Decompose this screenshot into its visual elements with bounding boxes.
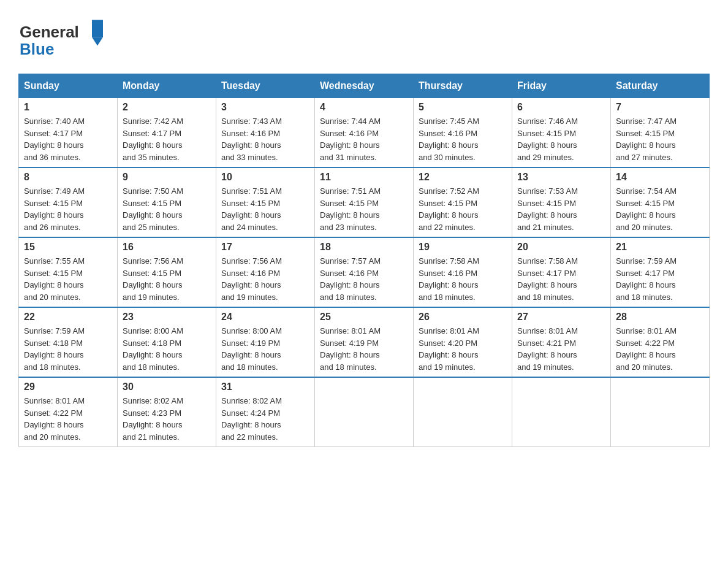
day-number: 6 xyxy=(517,102,605,113)
calendar-cell: 26 Sunrise: 8:01 AM Sunset: 4:20 PM Dayl… xyxy=(414,307,512,377)
day-number: 14 xyxy=(616,172,704,183)
day-info: Sunrise: 8:01 AM Sunset: 4:19 PM Dayligh… xyxy=(320,325,408,373)
svg-text:General: General xyxy=(20,23,79,41)
svg-text:Blue: Blue xyxy=(20,40,54,58)
page-header: General Blue xyxy=(18,12,710,61)
calendar-cell: 15 Sunrise: 7:55 AM Sunset: 4:15 PM Dayl… xyxy=(19,237,118,307)
calendar-cell xyxy=(611,377,710,447)
header-wednesday: Wednesday xyxy=(315,74,414,98)
calendar-cell: 19 Sunrise: 7:58 AM Sunset: 4:16 PM Dayl… xyxy=(414,237,512,307)
day-info: Sunrise: 7:45 AM Sunset: 4:16 PM Dayligh… xyxy=(419,115,507,163)
header-saturday: Saturday xyxy=(611,74,710,98)
calendar-cell: 16 Sunrise: 7:56 AM Sunset: 4:15 PM Dayl… xyxy=(118,237,216,307)
day-number: 12 xyxy=(419,172,507,183)
day-number: 1 xyxy=(24,102,112,113)
calendar-cell: 7 Sunrise: 7:47 AM Sunset: 4:15 PM Dayli… xyxy=(611,98,710,168)
day-info: Sunrise: 7:51 AM Sunset: 4:15 PM Dayligh… xyxy=(221,185,309,233)
day-info: Sunrise: 8:01 AM Sunset: 4:22 PM Dayligh… xyxy=(616,325,704,373)
day-info: Sunrise: 8:02 AM Sunset: 4:24 PM Dayligh… xyxy=(221,395,309,443)
header-thursday: Thursday xyxy=(414,74,512,98)
day-info: Sunrise: 7:58 AM Sunset: 4:16 PM Dayligh… xyxy=(419,255,507,303)
calendar-cell: 10 Sunrise: 7:51 AM Sunset: 4:15 PM Dayl… xyxy=(216,167,315,237)
calendar-cell: 3 Sunrise: 7:43 AM Sunset: 4:16 PM Dayli… xyxy=(216,98,315,168)
day-info: Sunrise: 7:52 AM Sunset: 4:15 PM Dayligh… xyxy=(419,185,507,233)
svg-marker-2 xyxy=(92,37,103,46)
day-number: 15 xyxy=(24,242,112,253)
calendar-cell: 31 Sunrise: 8:02 AM Sunset: 4:24 PM Dayl… xyxy=(216,377,315,447)
day-info: Sunrise: 8:00 AM Sunset: 4:19 PM Dayligh… xyxy=(221,325,309,373)
week-row-4: 22 Sunrise: 7:59 AM Sunset: 4:18 PM Dayl… xyxy=(19,307,710,377)
day-number: 13 xyxy=(517,172,605,183)
day-number: 27 xyxy=(517,312,605,323)
day-info: Sunrise: 7:49 AM Sunset: 4:15 PM Dayligh… xyxy=(24,185,112,233)
logo-svg: General Blue xyxy=(18,12,104,61)
day-info: Sunrise: 8:02 AM Sunset: 4:23 PM Dayligh… xyxy=(123,395,211,443)
day-number: 2 xyxy=(123,102,211,113)
day-info: Sunrise: 7:57 AM Sunset: 4:16 PM Dayligh… xyxy=(320,255,408,303)
day-info: Sunrise: 8:01 AM Sunset: 4:20 PM Dayligh… xyxy=(419,325,507,373)
calendar-cell xyxy=(315,377,414,447)
calendar-cell: 17 Sunrise: 7:56 AM Sunset: 4:16 PM Dayl… xyxy=(216,237,315,307)
day-info: Sunrise: 8:00 AM Sunset: 4:18 PM Dayligh… xyxy=(123,325,211,373)
day-number: 25 xyxy=(320,312,408,323)
day-number: 29 xyxy=(24,381,112,393)
calendar-cell: 23 Sunrise: 8:00 AM Sunset: 4:18 PM Dayl… xyxy=(118,307,216,377)
day-info: Sunrise: 7:55 AM Sunset: 4:15 PM Dayligh… xyxy=(24,255,112,303)
day-number: 19 xyxy=(419,242,507,253)
calendar-cell: 24 Sunrise: 8:00 AM Sunset: 4:19 PM Dayl… xyxy=(216,307,315,377)
day-number: 9 xyxy=(123,172,211,183)
day-number: 11 xyxy=(320,172,408,183)
day-info: Sunrise: 7:50 AM Sunset: 4:15 PM Dayligh… xyxy=(123,185,211,233)
week-row-1: 1 Sunrise: 7:40 AM Sunset: 4:17 PM Dayli… xyxy=(19,98,710,168)
week-row-3: 15 Sunrise: 7:55 AM Sunset: 4:15 PM Dayl… xyxy=(19,237,710,307)
weekday-header-row: SundayMondayTuesdayWednesdayThursdayFrid… xyxy=(19,74,710,98)
svg-marker-1 xyxy=(92,20,103,37)
day-info: Sunrise: 7:51 AM Sunset: 4:15 PM Dayligh… xyxy=(320,185,408,233)
day-info: Sunrise: 8:01 AM Sunset: 4:21 PM Dayligh… xyxy=(517,325,605,373)
day-number: 8 xyxy=(24,172,112,183)
day-number: 30 xyxy=(123,381,211,393)
logo: General Blue xyxy=(18,12,104,61)
calendar-cell: 22 Sunrise: 7:59 AM Sunset: 4:18 PM Dayl… xyxy=(19,307,118,377)
day-info: Sunrise: 7:43 AM Sunset: 4:16 PM Dayligh… xyxy=(221,115,309,163)
calendar-cell: 12 Sunrise: 7:52 AM Sunset: 4:15 PM Dayl… xyxy=(414,167,512,237)
header-tuesday: Tuesday xyxy=(216,74,315,98)
day-info: Sunrise: 7:40 AM Sunset: 4:17 PM Dayligh… xyxy=(24,115,112,163)
day-info: Sunrise: 7:59 AM Sunset: 4:18 PM Dayligh… xyxy=(24,325,112,373)
day-number: 16 xyxy=(123,242,211,253)
day-info: Sunrise: 7:58 AM Sunset: 4:17 PM Dayligh… xyxy=(517,255,605,303)
calendar-cell: 25 Sunrise: 8:01 AM Sunset: 4:19 PM Dayl… xyxy=(315,307,414,377)
day-number: 10 xyxy=(221,172,309,183)
week-row-2: 8 Sunrise: 7:49 AM Sunset: 4:15 PM Dayli… xyxy=(19,167,710,237)
calendar-cell: 30 Sunrise: 8:02 AM Sunset: 4:23 PM Dayl… xyxy=(118,377,216,447)
day-number: 26 xyxy=(419,312,507,323)
day-info: Sunrise: 7:56 AM Sunset: 4:15 PM Dayligh… xyxy=(123,255,211,303)
calendar-cell: 13 Sunrise: 7:53 AM Sunset: 4:15 PM Dayl… xyxy=(512,167,611,237)
day-info: Sunrise: 7:56 AM Sunset: 4:16 PM Dayligh… xyxy=(221,255,309,303)
day-number: 7 xyxy=(616,102,704,113)
day-info: Sunrise: 7:46 AM Sunset: 4:15 PM Dayligh… xyxy=(517,115,605,163)
calendar-cell: 5 Sunrise: 7:45 AM Sunset: 4:16 PM Dayli… xyxy=(414,98,512,168)
calendar-cell xyxy=(414,377,512,447)
calendar-table: SundayMondayTuesdayWednesdayThursdayFrid… xyxy=(18,74,710,447)
calendar-cell: 29 Sunrise: 8:01 AM Sunset: 4:22 PM Dayl… xyxy=(19,377,118,447)
day-info: Sunrise: 7:54 AM Sunset: 4:15 PM Dayligh… xyxy=(616,185,704,233)
day-info: Sunrise: 7:59 AM Sunset: 4:17 PM Dayligh… xyxy=(616,255,704,303)
calendar-cell: 9 Sunrise: 7:50 AM Sunset: 4:15 PM Dayli… xyxy=(118,167,216,237)
header-sunday: Sunday xyxy=(19,74,118,98)
header-monday: Monday xyxy=(118,74,216,98)
calendar-cell: 28 Sunrise: 8:01 AM Sunset: 4:22 PM Dayl… xyxy=(611,307,710,377)
calendar-cell: 1 Sunrise: 7:40 AM Sunset: 4:17 PM Dayli… xyxy=(19,98,118,168)
day-info: Sunrise: 7:42 AM Sunset: 4:17 PM Dayligh… xyxy=(123,115,211,163)
day-number: 5 xyxy=(419,102,507,113)
day-number: 17 xyxy=(221,242,309,253)
day-number: 21 xyxy=(616,242,704,253)
calendar-cell: 14 Sunrise: 7:54 AM Sunset: 4:15 PM Dayl… xyxy=(611,167,710,237)
day-info: Sunrise: 7:44 AM Sunset: 4:16 PM Dayligh… xyxy=(320,115,408,163)
day-number: 22 xyxy=(24,312,112,323)
calendar-cell: 4 Sunrise: 7:44 AM Sunset: 4:16 PM Dayli… xyxy=(315,98,414,168)
day-number: 23 xyxy=(123,312,211,323)
calendar-cell: 8 Sunrise: 7:49 AM Sunset: 4:15 PM Dayli… xyxy=(19,167,118,237)
calendar-cell: 6 Sunrise: 7:46 AM Sunset: 4:15 PM Dayli… xyxy=(512,98,611,168)
calendar-cell: 21 Sunrise: 7:59 AM Sunset: 4:17 PM Dayl… xyxy=(611,237,710,307)
